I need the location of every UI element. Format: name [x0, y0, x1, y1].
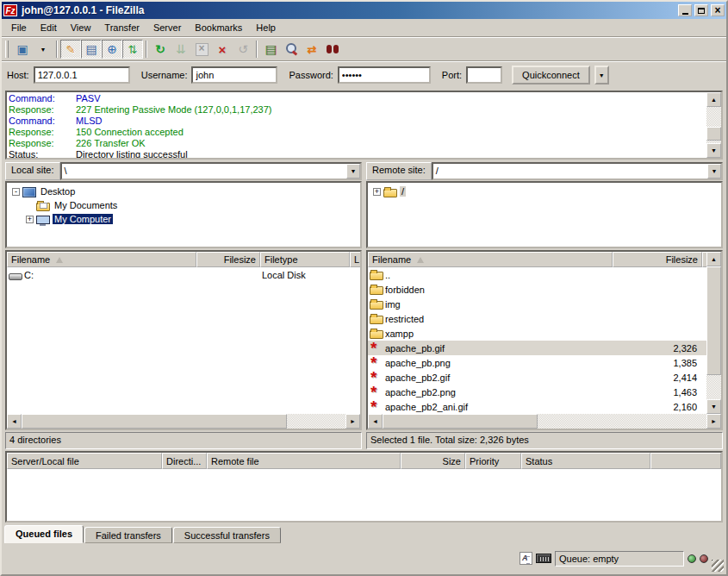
scroll-left-icon[interactable]: ◄ [368, 414, 383, 429]
toggle-transfer-queue-button[interactable] [122, 40, 143, 59]
local-pane: Local site: \ ▼ - Desktop My Documents +… [5, 162, 362, 449]
tab-successful-transfers[interactable]: Successful transfers [173, 527, 281, 543]
tree-item[interactable]: + / [370, 185, 721, 198]
menu-edit[interactable]: Edit [34, 20, 64, 35]
disconnect-button[interactable] [212, 40, 233, 59]
tab-queued-files[interactable]: Queued files [4, 525, 84, 543]
remote-vertical-scrollbar[interactable]: ▲ ▼ [706, 252, 721, 414]
file-search-button[interactable] [322, 40, 343, 59]
minimize-button[interactable] [678, 4, 692, 16]
reconnect-button[interactable] [233, 40, 253, 59]
quickconnect-button[interactable]: Quickconnect [512, 66, 590, 85]
chevron-down-icon[interactable]: ▼ [346, 164, 360, 178]
file-row[interactable]: apache_pb2.png 1,463 [368, 385, 706, 399]
cancel-operation-button[interactable] [191, 40, 212, 59]
toolbar-separator[interactable] [256, 41, 258, 58]
file-row[interactable]: forbidden [368, 282, 706, 297]
toggle-remote-tree-button[interactable] [102, 40, 122, 59]
column-header[interactable]: Filetype [260, 252, 350, 267]
tree-expander[interactable]: + [26, 216, 34, 223]
scroll-up-icon[interactable]: ▲ [706, 252, 721, 266]
toggle-local-tree-button[interactable] [81, 40, 102, 59]
quickconnect-dropdown-button[interactable]: ▼ [594, 66, 609, 85]
data-type-indicator-icon[interactable] [520, 552, 532, 565]
column-header[interactable]: L [350, 252, 360, 267]
scrollbar-thumb[interactable] [706, 266, 721, 375]
scrollbar-thumb[interactable] [706, 127, 721, 141]
menu-transfer[interactable]: Transfer [97, 20, 146, 35]
tree-item[interactable]: My Documents [9, 198, 360, 212]
tab-failed-transfers[interactable]: Failed transfers [84, 527, 172, 543]
scrollbar-track[interactable] [706, 107, 721, 143]
local-horizontal-scrollbar[interactable]: ◄ ► [7, 414, 360, 429]
column-header[interactable]: Priority [465, 453, 521, 469]
scrollbar-track[interactable] [383, 414, 706, 429]
column-header[interactable]: Status [521, 453, 650, 469]
scrollbar-thumb[interactable] [383, 414, 538, 429]
close-button[interactable]: × [711, 4, 725, 16]
scroll-left-icon[interactable]: ◄ [7, 414, 22, 429]
remote-site-combobox[interactable]: / ▼ [432, 162, 723, 180]
file-row[interactable]: apache_pb.gif 2,326 [368, 341, 706, 355]
refresh-file-lists-button[interactable] [150, 40, 171, 59]
file-row[interactable]: .. [368, 267, 706, 282]
local-site-combobox[interactable]: \ ▼ [60, 162, 362, 180]
site-manager-dropdown-button[interactable] [33, 40, 53, 59]
column-header[interactable]: Directi... [162, 453, 207, 469]
folder-icon [383, 189, 397, 197]
host-input[interactable] [34, 66, 130, 84]
tree-expander[interactable]: + [373, 188, 381, 196]
file-row[interactable]: C: Local Disk [7, 267, 360, 282]
chevron-down-icon[interactable]: ▼ [707, 164, 721, 178]
directory-comparison-button[interactable] [281, 40, 302, 59]
scrollbar-track[interactable] [22, 414, 345, 429]
speed-limit-indicator-icon[interactable] [536, 554, 551, 563]
column-header[interactable]: Filesize [196, 252, 260, 267]
column-header[interactable]: Remote file [207, 453, 401, 469]
tree-item[interactable]: - Desktop [9, 185, 360, 198]
menu-bookmarks[interactable]: Bookmarks [188, 20, 249, 35]
toolbar-separator[interactable] [56, 41, 58, 58]
scroll-down-icon[interactable]: ▼ [706, 399, 721, 414]
menu-view[interactable]: View [64, 20, 98, 35]
port-input[interactable] [466, 66, 502, 84]
file-row[interactable]: apache_pb2_ani.gif 2,160 [368, 399, 706, 414]
scrollbar-thumb[interactable] [22, 414, 287, 429]
toolbar-grip[interactable] [5, 41, 9, 58]
log-lines: Command: PASV Response: 227 Entering Pas… [7, 92, 706, 158]
title-bar[interactable]: Fz john@127.0.0.1 - FileZilla × [2, 2, 726, 19]
file-row[interactable]: apache_pb.png 1,385 [368, 355, 706, 370]
column-header[interactable]: Size [401, 453, 465, 469]
file-row[interactable]: img [368, 297, 706, 311]
directory-listing-filters-button[interactable] [260, 40, 281, 59]
toggle-message-log-button[interactable] [60, 40, 81, 59]
file-row[interactable]: xampp [368, 326, 706, 341]
scroll-right-icon[interactable]: ► [706, 414, 721, 429]
scroll-right-icon[interactable]: ► [345, 414, 360, 429]
process-queue-button[interactable] [171, 40, 191, 59]
column-header[interactable]: Filesize [613, 252, 702, 267]
log-vertical-scrollbar[interactable]: ▲ ▼ [706, 92, 721, 158]
file-row[interactable]: restricted [368, 311, 706, 326]
menu-file[interactable]: File [4, 20, 34, 35]
open-site-manager-button[interactable] [12, 40, 33, 59]
synchronized-browsing-button[interactable] [302, 40, 322, 59]
toolbar-separator[interactable] [146, 41, 147, 58]
port-label: Port: [442, 70, 462, 80]
column-header[interactable]: Server/Local file [7, 453, 162, 469]
maximize-button[interactable] [694, 4, 708, 16]
password-input[interactable] [338, 66, 431, 84]
scroll-down-icon[interactable]: ▼ [706, 143, 721, 158]
scroll-up-icon[interactable]: ▲ [706, 92, 721, 107]
scrollbar-track[interactable] [706, 266, 721, 399]
column-header[interactable]: Filename [368, 252, 613, 267]
file-row[interactable]: apache_pb2.gif 2,414 [368, 370, 706, 385]
column-header[interactable]: Filename [7, 252, 196, 267]
tree-item[interactable]: + My Computer [9, 212, 360, 226]
menu-help[interactable]: Help [249, 20, 283, 35]
resize-grip[interactable] [712, 560, 724, 572]
remote-horizontal-scrollbar[interactable]: ◄ ► [368, 414, 721, 429]
username-input[interactable] [191, 66, 277, 84]
tree-expander[interactable]: - [12, 188, 20, 196]
menu-server[interactable]: Server [146, 20, 188, 35]
